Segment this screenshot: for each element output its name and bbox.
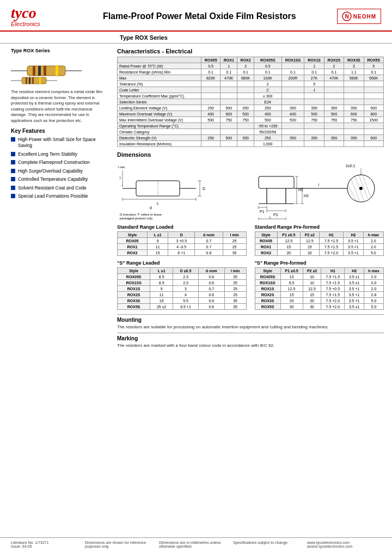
svg-text:N: N (345, 14, 348, 20)
svg-rect-4 (33, 66, 35, 76)
table-row: ROX2156 +10.635 (118, 250, 247, 256)
table-cell: 7.5 +1.5 (321, 292, 345, 298)
char-row-value (281, 87, 304, 93)
char-row-value (220, 99, 237, 105)
dimensions-svg: L D l l min d D imension "l" refers (117, 160, 384, 220)
char-row-value: 250 (201, 105, 220, 111)
char-row-value (237, 99, 254, 105)
char-row-value (281, 123, 304, 129)
table-row: ROX1SS8.5107.5 +1.53.5 ±12.0 (255, 280, 384, 286)
table-cell: 12.5 (280, 286, 303, 292)
char-row-value: 350 (237, 105, 254, 111)
table-cell: ROX2 (118, 250, 148, 256)
feature-bullet (11, 152, 15, 156)
table-cell: 6 +1 (168, 250, 195, 256)
char-col-header: ROX1 (220, 57, 237, 63)
table-cell: ROX2S (118, 292, 150, 298)
feature-bullet (11, 186, 15, 190)
range-col-header: L ±1 (148, 232, 168, 238)
table-row: ROX5S30307.5 +2.03.5 ±15.0 (255, 304, 384, 310)
marking-title: Marking (117, 333, 384, 341)
neohm-text: NEOHM (353, 14, 376, 20)
table-cell: 7.5 +1.5 (321, 280, 345, 286)
char-row-value: J (304, 87, 324, 93)
char-row-value: 0.5 (201, 63, 220, 69)
char-row-value (344, 99, 364, 105)
table-row: ROX5S25 ±28.5 +10.635 (118, 304, 247, 310)
char-row-value: 250 (201, 135, 220, 141)
key-features-title: Key Features (11, 128, 109, 134)
char-row-value (220, 123, 237, 129)
char-row-value: 560K (364, 75, 383, 81)
char-row-value (237, 141, 254, 147)
feature-item: Controlled Temperature Capability (11, 176, 109, 182)
range-col-header: Style (255, 232, 277, 238)
range-col-header: D ±0.5 (173, 268, 199, 274)
table-cell: ROX05S (255, 274, 280, 280)
svg-rect-5 (38, 66, 41, 76)
table-cell: 2.0 (364, 280, 383, 286)
table-cell: 10 (280, 274, 303, 280)
table-row: ROX3S155.50.635 (118, 298, 247, 304)
char-row-label: Resistance Range (ohms) Min (118, 69, 201, 75)
table-cell: 2.0 (364, 286, 383, 292)
feature-text: Solvent Resistant Coat and Code (18, 185, 87, 191)
char-row-label: Temperature Coefficient Max (ppm/°C) (118, 93, 201, 99)
char-row-value (344, 123, 364, 129)
char-row-value (364, 99, 383, 105)
neohm-logo-area: N NEOHM (337, 9, 381, 24)
table-cell: 4 (173, 292, 199, 298)
range-col-header: Style (255, 268, 280, 274)
footer: Literature No. 1/73271 Issue: 04-05 Dime… (0, 537, 392, 551)
logo-area: tyco Electronics (11, 5, 40, 27)
table-cell: 3.5 +1 (344, 238, 364, 244)
table-cell: ROX1S (118, 286, 150, 292)
table-cell: 15 (150, 298, 173, 304)
char-row-value (344, 87, 364, 93)
table-cell: 3.5 ±1 (345, 280, 364, 286)
table-cell: 0.6 (199, 304, 225, 310)
table-cell: 10 (303, 274, 321, 280)
char-row-value (324, 141, 344, 147)
feature-bullet (11, 160, 15, 164)
range-col-header: d nom (199, 268, 225, 274)
char-row-value: 500 (304, 111, 324, 117)
char-row-value (201, 141, 220, 147)
char-row-label: Climatic Category (118, 129, 201, 135)
table-cell: 5.0 (364, 304, 383, 310)
table-cell: ROX1 (255, 244, 277, 250)
char-row-value: 350 (304, 135, 324, 141)
char-col-header: ROX05S (254, 57, 281, 63)
table-cell: 15 (148, 250, 168, 256)
page: tyco Electronics Flame-Proof Power Metal… (0, 0, 392, 551)
header: tyco Electronics Flame-Proof Power Metal… (0, 0, 392, 32)
range-col-header: h max (364, 268, 383, 274)
table-cell: 7.5 +2.0 (321, 304, 345, 310)
char-row-value (220, 129, 237, 135)
table-cell: 0.7 (195, 244, 223, 250)
char-row-value: 55/235/56 (254, 129, 281, 135)
char-row-value (364, 81, 383, 87)
char-row-value (364, 129, 383, 135)
char-row-value: 2 (254, 81, 281, 87)
char-col-header: ROX2S (324, 57, 344, 63)
char-row-value (324, 93, 344, 99)
char-row-value (281, 129, 304, 135)
s-preformed-section: "S" Range Pre-formed StyleP1 ±0.5P2 ±2H1… (255, 260, 384, 310)
char-row-value: 750 (344, 117, 364, 123)
table-cell: 3.5 +1 (344, 250, 364, 256)
char-row-value: 5 (364, 63, 383, 69)
char-row-value (237, 87, 254, 93)
char-row-value: 500 (237, 111, 254, 117)
features-list: High Power with Small Size for Space Sav… (11, 137, 109, 200)
s-range-section: "S" Range Leaded StyleL ±1D ±0.5d noml m… (117, 260, 384, 310)
char-row-label: Insulation Resistance (Mohms) (118, 141, 201, 147)
char-col-header (118, 57, 201, 63)
char-table-row: Code LetterCJ (118, 87, 384, 93)
char-row-value: 27K (304, 75, 324, 81)
table-cell: 3.5 +1 (344, 244, 364, 250)
table-cell: 3 +0.5 (168, 238, 195, 244)
table-cell: ROX05S (118, 274, 150, 280)
table-cell: ROX5S (118, 304, 150, 310)
svg-rect-7 (56, 66, 58, 76)
